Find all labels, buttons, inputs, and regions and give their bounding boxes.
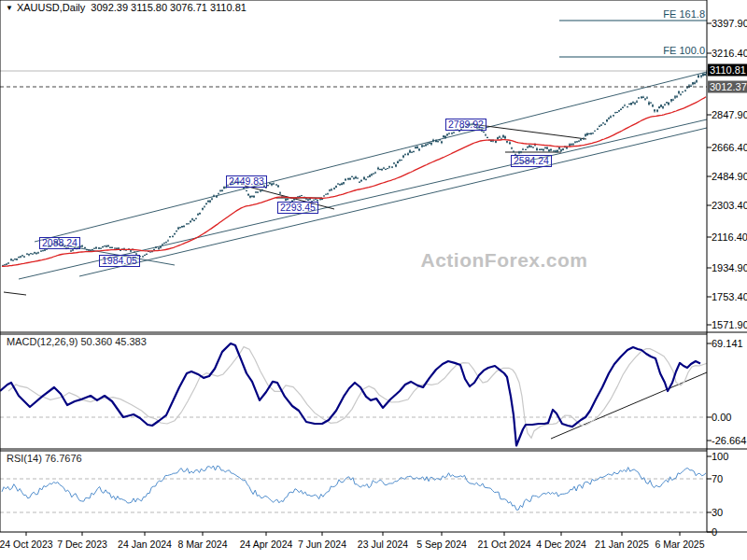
date-axis-label: 21 Oct 2024 (477, 539, 530, 550)
swing-price-label: 2789.92 (445, 119, 486, 131)
swing-price-label: 2293.45 (277, 202, 318, 214)
price-axis-label: 1571.90 (712, 319, 747, 330)
chart-canvas (0, 0, 747, 560)
price-axis-label: 3216.40 (712, 48, 747, 59)
swing-price-label: 2088.24 (39, 237, 80, 249)
date-axis-label: 8 Mar 2024 (177, 539, 227, 550)
dropdown-arrow-icon: ▼ (6, 4, 13, 12)
rsi-axis-label: 100 (712, 451, 728, 462)
price-axis-label: 2116.40 (712, 231, 747, 243)
price-axis-label: 3397.90 (712, 18, 747, 29)
date-axis-label: 24 Jan 2024 (118, 539, 172, 550)
current-price-tag: 3110.81 (708, 64, 747, 77)
symbol-selector[interactable]: ▼XAUUSD,Daily3092.39 3115.80 3076.71 311… (6, 2, 247, 13)
rsi-indicator-label: RSI(14) 76.7676 (7, 453, 82, 464)
price-axis-label: 2303.40 (712, 200, 747, 211)
date-axis-label: 7 Jun 2024 (298, 539, 346, 550)
date-axis-label: 5 Sep 2024 (416, 539, 467, 550)
price-axis-label: 1934.90 (712, 262, 747, 273)
price-axis-label: 2484.90 (712, 171, 747, 182)
date-axis-label: 23 Jul 2024 (358, 539, 408, 550)
swing-price-label: 1984.05 (99, 255, 140, 267)
chart-window: ▼XAUUSD,Daily3092.39 3115.80 3076.71 311… (0, 0, 747, 560)
rsi-axis-label: 70 (712, 473, 723, 484)
rsi-axis-label: 0 (712, 526, 717, 538)
symbol-ohlc: 3092.39 3115.80 3076.71 3110.81 (91, 2, 247, 13)
current-price-tag: 3012.37 (708, 81, 747, 93)
macd-indicator-label: MACD(12,26,9) 50.360 45.383 (7, 336, 147, 347)
date-axis-label: 6 Mar 2025 (655, 539, 704, 550)
price-axis-label: 2847.90 (712, 109, 747, 120)
watermark: ActionForex.com (420, 249, 587, 272)
symbol-name: XAUUSD,Daily (17, 2, 85, 13)
fibonacci-level-label: FE 100.0 (663, 45, 705, 56)
swing-price-label: 2584.24 (511, 155, 552, 167)
macd-axis-label: -26.664 (712, 435, 746, 446)
date-axis-label: 4 Dec 2024 (536, 539, 586, 550)
date-axis-label: 24 Oct 2023 (0, 539, 53, 550)
date-axis-label: 7 Dec 2023 (57, 539, 107, 550)
swing-price-label: 2449.83 (226, 175, 267, 188)
date-axis-label: 24 Apr 2024 (240, 539, 293, 550)
macd-axis-label: 69.141 (712, 338, 743, 349)
rsi-axis-label: 30 (712, 507, 723, 518)
fibonacci-level-label: FE 161.8 (663, 8, 705, 20)
price-axis-label: 2666.40 (712, 142, 747, 153)
macd-axis-label: 0.00 (712, 412, 731, 423)
price-axis-label: 1753.40 (712, 291, 747, 302)
date-axis-label: 21 Jan 2025 (595, 539, 649, 550)
